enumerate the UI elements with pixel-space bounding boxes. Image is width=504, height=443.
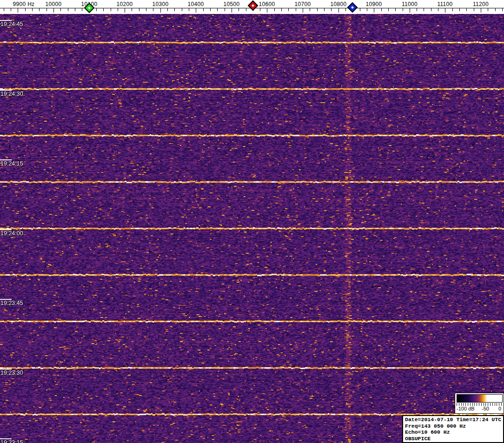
ruler-minor-tick xyxy=(32,8,33,11)
ruler-minor-tick xyxy=(82,8,82,11)
ruler-minor-tick xyxy=(39,8,40,11)
ruler-minor-tick xyxy=(111,8,111,11)
ruler-major-tick xyxy=(481,8,481,13)
ruler-minor-tick xyxy=(281,8,282,11)
ruler-minor-tick xyxy=(182,8,182,11)
blue-frequency-marker-icon[interactable] xyxy=(347,2,358,13)
ruler-minor-tick xyxy=(388,8,389,11)
ruler-minor-tick xyxy=(324,8,325,11)
legend-label-max: 0 xyxy=(498,406,501,411)
ruler-minor-tick xyxy=(260,8,260,11)
freq-tick-label: 10700 xyxy=(295,1,311,7)
ruler-minor-tick xyxy=(431,8,431,11)
frequency-ruler[interactable]: 9900 Hz100001010010200103001040010500106… xyxy=(0,0,504,14)
ruler-major-tick xyxy=(125,8,125,13)
observation-info-box: Date=2014-07-10 Time=17:24 UTC Freq=143 … xyxy=(402,415,504,443)
ruler-minor-tick xyxy=(146,8,146,11)
info-frequency: Freq=143 050 000 Hz xyxy=(405,423,503,430)
ruler-minor-tick xyxy=(466,8,467,11)
freq-tick-label: 10200 xyxy=(117,1,133,7)
ruler-minor-tick xyxy=(153,8,153,11)
time-tick-label: 19:24:45 xyxy=(0,21,23,27)
ruler-minor-tick xyxy=(189,8,189,11)
ruler-major-tick xyxy=(18,8,18,13)
red-frequency-marker-icon[interactable] xyxy=(248,0,259,11)
freq-tick-label: 10400 xyxy=(188,1,204,7)
ruler-major-tick xyxy=(53,8,54,13)
ruler-minor-tick xyxy=(452,8,453,11)
ruler-minor-tick xyxy=(417,8,417,11)
ruler-minor-tick xyxy=(4,8,4,11)
ruler-minor-tick xyxy=(367,8,367,11)
ruler-minor-tick xyxy=(331,8,332,11)
ruler-minor-tick xyxy=(25,8,26,11)
ruler-minor-tick xyxy=(217,8,218,11)
freq-tick-label: 10900 xyxy=(366,1,382,7)
ruler-minor-tick xyxy=(488,8,488,11)
ruler-minor-tick xyxy=(381,8,382,11)
spectrogram-app-window: 9900 Hz100001010010200103001040010500106… xyxy=(0,0,504,443)
time-tick-label: 19:24:30 xyxy=(0,91,23,97)
colormap-gradient-bar xyxy=(457,394,503,403)
ruler-minor-tick xyxy=(96,8,97,11)
ruler-major-tick xyxy=(267,8,267,13)
ruler-minor-tick xyxy=(345,8,346,11)
freq-tick-label: 10300 xyxy=(153,1,169,7)
ruler-minor-tick xyxy=(360,8,360,11)
ruler-major-tick xyxy=(338,8,339,13)
ruler-minor-tick xyxy=(132,8,132,11)
ruler-minor-tick xyxy=(317,8,318,11)
info-date-time: Date=2014-07-10 Time=17:24 UTC xyxy=(405,417,503,423)
ruler-major-tick xyxy=(232,8,232,13)
time-tick-label: 19:23:45 xyxy=(0,300,23,306)
ruler-minor-tick xyxy=(296,8,296,11)
ruler-minor-tick xyxy=(438,8,438,11)
marker-center-dot xyxy=(252,4,254,7)
ruler-minor-tick xyxy=(274,8,275,11)
ruler-minor-tick xyxy=(424,8,424,11)
ruler-minor-tick xyxy=(246,8,246,11)
ruler-minor-tick xyxy=(210,8,211,11)
ruler-minor-tick xyxy=(203,8,204,11)
legend-label-mid: -50 xyxy=(482,406,489,411)
info-echo-offset: Echo=10 600 Hz xyxy=(405,429,503,436)
ruler-minor-tick xyxy=(68,8,68,11)
db-color-legend: -100 dB -50 0 xyxy=(455,393,504,414)
ruler-major-tick xyxy=(303,8,303,13)
ruler-minor-tick xyxy=(118,8,118,11)
ruler-minor-tick xyxy=(495,8,496,11)
ruler-minor-tick xyxy=(60,8,61,11)
info-station-name: OBSUPICE xyxy=(405,436,503,442)
time-tick-label: 19:23:30 xyxy=(0,370,23,376)
ruler-minor-tick xyxy=(225,8,225,11)
ruler-minor-tick xyxy=(502,8,503,11)
ruler-minor-tick xyxy=(459,8,460,11)
ruler-minor-tick xyxy=(103,8,104,11)
ruler-minor-tick xyxy=(174,8,175,11)
ruler-major-tick xyxy=(374,8,374,13)
ruler-minor-tick xyxy=(310,8,310,11)
waterfall-spectrogram[interactable] xyxy=(0,14,504,443)
ruler-major-tick xyxy=(410,8,410,13)
ruler-major-tick xyxy=(196,8,196,13)
ruler-minor-tick xyxy=(46,8,47,11)
ruler-minor-tick xyxy=(139,8,139,11)
ruler-minor-tick xyxy=(11,8,11,11)
time-tick-label: 19:23:15 xyxy=(0,439,23,443)
freq-tick-label: 10500 xyxy=(224,1,240,7)
time-tick-label: 19:24:15 xyxy=(0,160,23,167)
ruler-minor-tick xyxy=(288,8,289,11)
ruler-major-tick xyxy=(160,8,161,13)
marker-center-dot xyxy=(88,7,91,9)
ruler-major-tick xyxy=(445,8,445,13)
freq-tick-label: 10600 xyxy=(259,1,275,7)
ruler-minor-tick xyxy=(474,8,474,11)
ruler-minor-tick xyxy=(75,8,75,11)
ruler-minor-tick xyxy=(403,8,403,11)
freq-tick-label: 11200 xyxy=(473,1,489,7)
marker-center-dot xyxy=(351,6,354,9)
ruler-minor-tick xyxy=(239,8,239,11)
time-tick-label: 19:24:00 xyxy=(0,230,23,237)
ruler-minor-tick xyxy=(395,8,396,11)
freq-tick-label: 10800 xyxy=(331,1,347,7)
